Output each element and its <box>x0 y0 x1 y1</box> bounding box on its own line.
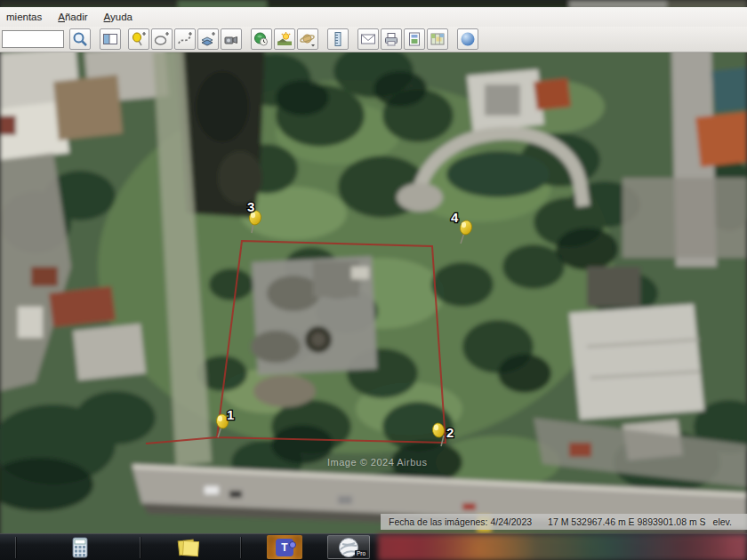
search-button[interactable] <box>69 28 91 50</box>
status-bar: Fecha de las imágenes: 4/24/2023 17 M 53… <box>381 514 747 530</box>
teams-dot <box>289 541 296 548</box>
toolbar <box>0 27 747 52</box>
sticky-notes-taskbar-button[interactable] <box>171 535 206 559</box>
add-polygon-icon <box>153 30 171 48</box>
calculator-taskbar-button[interactable] <box>62 535 98 559</box>
taskbar-separator <box>15 537 16 558</box>
view-in-google-maps-icon <box>429 30 446 48</box>
search-input[interactable] <box>2 30 64 48</box>
teams-taskbar-button[interactable]: T <box>267 535 302 559</box>
save-image-icon <box>406 30 423 48</box>
email-button[interactable] <box>357 28 379 50</box>
menu-item-herramientas[interactable]: mientas <box>3 10 45 24</box>
add-path-icon <box>176 30 194 48</box>
imagery-date: Fecha de las imágenes: 4/24/2023 <box>389 516 532 527</box>
add-image-overlay-button[interactable] <box>197 28 219 50</box>
pointer-coordinates: 17 M 532967.46 m E 9893901.08 m S <box>548 516 705 527</box>
add-polygon-button[interactable] <box>151 28 173 50</box>
ruler-button[interactable] <box>327 28 349 50</box>
terrain <box>0 0 747 560</box>
pin-label-4: 4 <box>451 210 459 225</box>
globe-icon <box>459 30 477 48</box>
add-placemark-button[interactable] <box>128 28 149 50</box>
taskbar: T Pro <box>0 533 747 560</box>
sticky-notes-icon <box>177 537 200 558</box>
taskbar-separator <box>140 537 141 558</box>
calculator-icon <box>72 537 88 558</box>
sidebar-toggle-icon <box>101 30 119 48</box>
menu-item-anadir[interactable]: Añadir <box>54 10 91 24</box>
sunlight-icon <box>276 30 293 48</box>
print-icon <box>382 30 400 48</box>
sunlight-button[interactable] <box>274 28 295 50</box>
google-earth-pro-taskbar-button[interactable]: Pro <box>327 535 370 559</box>
historical-imagery-button[interactable] <box>251 28 272 50</box>
taskbar-separator <box>240 537 241 558</box>
earth-pro-badge: Pro <box>355 550 367 557</box>
view-in-maps-button[interactable] <box>427 28 448 50</box>
satellite-imagery[interactable]: 1 2 3 4 <box>0 0 747 560</box>
pin-label-3: 3 <box>247 199 254 214</box>
ruler-icon <box>329 30 347 48</box>
save-image-button[interactable] <box>404 28 425 50</box>
add-placemark-pushpin-icon <box>130 30 148 48</box>
teams-icon: T <box>276 539 293 556</box>
historical-imagery-clock-icon <box>253 30 270 48</box>
wallpaper-glass <box>378 534 747 560</box>
print-button[interactable] <box>381 28 402 50</box>
planets-button[interactable] <box>297 28 318 50</box>
pin-label-1: 1 <box>227 407 234 422</box>
sidebar-toggle-button[interactable] <box>100 28 121 50</box>
menu-bar: mientas Añadir Ayuda <box>0 7 747 28</box>
globe-button[interactable] <box>457 28 478 50</box>
email-envelope-icon <box>359 30 377 48</box>
planets-saturn-icon <box>299 30 317 48</box>
add-image-overlay-icon <box>199 30 217 48</box>
search-icon <box>71 30 89 48</box>
pin-label-2: 2 <box>446 425 454 440</box>
teams-letter: T <box>281 541 287 554</box>
record-tour-icon <box>222 30 240 48</box>
record-tour-button[interactable] <box>221 28 242 50</box>
elevation-label: elev. <box>713 516 732 527</box>
imagery-attribution: Image © 2024 Airbus <box>327 457 427 468</box>
add-path-button[interactable] <box>174 28 196 50</box>
menu-item-ayuda[interactable]: Ayuda <box>100 10 136 24</box>
